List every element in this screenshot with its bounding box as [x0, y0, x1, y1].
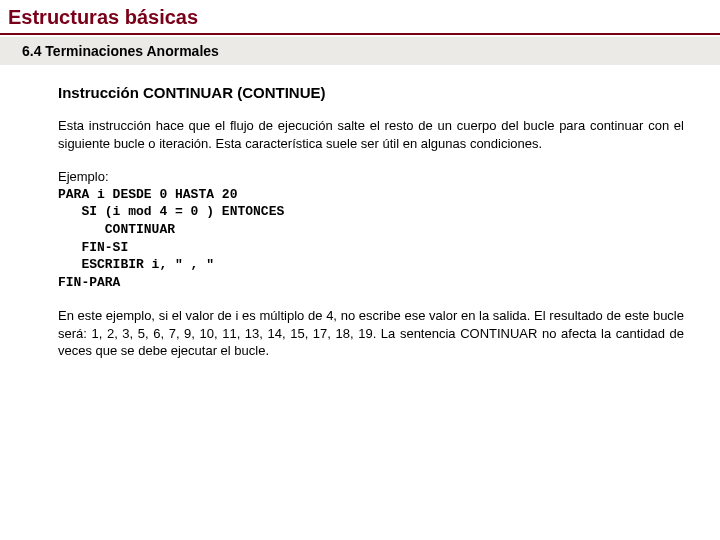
content-area: Instrucción CONTINUAR (CONTINUE) Esta in…	[0, 65, 720, 360]
example-label: Ejemplo:	[58, 168, 684, 186]
subsection-title: Instrucción CONTINUAR (CONTINUE)	[58, 83, 684, 103]
code-block: PARA i DESDE 0 HASTA 20 SI (i mod 4 = 0 …	[58, 186, 684, 291]
description-paragraph: Esta instrucción hace que el flujo de ej…	[58, 117, 684, 152]
page-title: Estructuras básicas	[0, 0, 720, 35]
notes-paragraph: En este ejemplo, si el valor de i es múl…	[58, 307, 684, 360]
section-heading: 6.4 Terminaciones Anormales	[0, 37, 720, 65]
